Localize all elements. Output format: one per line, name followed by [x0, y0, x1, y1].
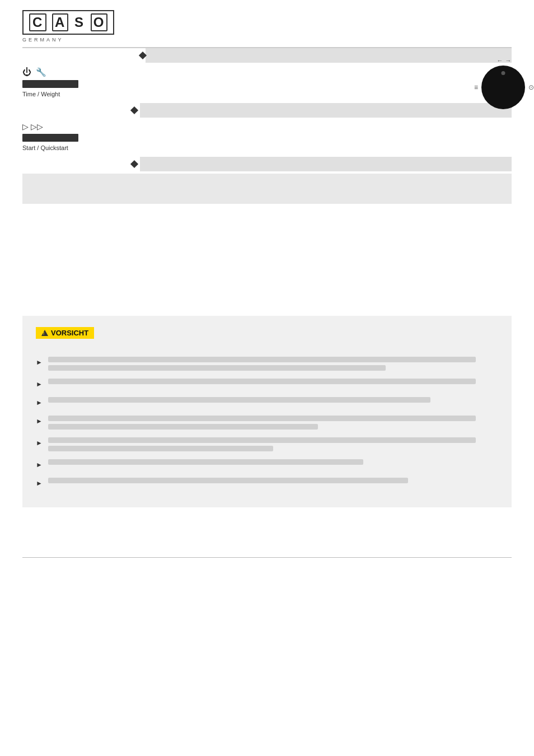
vorsicht-label: VORSICHT [51, 329, 88, 337]
bullet-text-5 [48, 437, 498, 451]
row1-icon-group: ⏻ 🔧 [22, 67, 140, 77]
bullet-line-3a [48, 397, 430, 403]
bullet-arrow-5: ► [36, 438, 43, 448]
row2-dark-bar [22, 134, 78, 142]
gray-bar-row3 [140, 157, 512, 171]
bullet-item-4: ► [36, 416, 498, 430]
diagram-row-3-bar [22, 157, 512, 171]
play-icon: ▷ [22, 122, 29, 131]
row2-icon-group: ▷ ▷▷ [22, 122, 140, 131]
footer-divider [22, 557, 512, 558]
bullet-text-6 [48, 459, 498, 465]
warning-triangle-icon: ! [41, 330, 48, 336]
diamond-mid [130, 106, 138, 114]
row1-left: ⏻ 🔧 Time / Weight [22, 63, 140, 102]
clock-icon: ⏻ [22, 67, 31, 77]
bullet-item-1: ► [36, 357, 498, 371]
bullet-text-7 [48, 478, 498, 483]
bullet-arrow-2: ► [36, 379, 43, 389]
header: C A S O GERMANY [0, 0, 534, 48]
row2-left: ▷ ▷▷ Start / Quickstart [22, 118, 140, 156]
footer-area [0, 507, 534, 575]
bullet-item-2: ► [36, 379, 498, 389]
gray-bar-row1 [146, 48, 512, 63]
logo-germany: GERMANY [22, 37, 64, 43]
row3-left [22, 161, 140, 167]
knob-container[interactable]: ← → ≡ ⊙ [474, 57, 534, 109]
row1-content: ⏻ 🔧 Time / Weight ← → ≡ ⊙ [22, 63, 512, 102]
row2-label: Start / Quickstart [22, 144, 140, 151]
settings-icon: ⊙ [528, 83, 534, 91]
bullet-line-4b [48, 424, 318, 430]
bullet-line-6a [48, 459, 363, 465]
knob-arrows: ← → [496, 57, 511, 64]
bullet-arrow-6: ► [36, 460, 43, 470]
row1-label: Time / Weight [22, 91, 140, 97]
middle-spacer [0, 204, 534, 316]
diamond-row3 [130, 160, 138, 167]
bullet-arrow-4: ► [36, 416, 43, 426]
bullet-arrow-7: ► [36, 478, 43, 488]
weight-icon: 🔧 [36, 67, 46, 77]
bottom-gray-bar [22, 174, 512, 204]
bullet-line-5b [48, 446, 273, 451]
diagram-row-1-bar [22, 48, 512, 63]
bullet-line-4a [48, 416, 476, 421]
knob-row: ≡ ⊙ [474, 66, 534, 109]
vorsicht-section: ! VORSICHT ► ► ► ► ► [22, 316, 512, 507]
bullet-line-2a [48, 379, 476, 384]
bullet-item-7: ► [36, 478, 498, 488]
logo-container: C A S O GERMANY [22, 10, 512, 43]
diagram-wrapper: ⏻ 🔧 Time / Weight ← → ≡ ⊙ [0, 48, 534, 204]
bullet-line-1b [48, 365, 386, 371]
bullet-line-7a [48, 478, 408, 483]
knob-right-icon: ⊙ [528, 83, 534, 91]
bullet-text-4 [48, 416, 498, 430]
bullet-arrow-1: ► [36, 357, 43, 367]
vorsicht-badge-row: ! VORSICHT [36, 327, 498, 348]
bullet-item-5: ► [36, 437, 498, 451]
fastforward-icon: ▷▷ [31, 122, 43, 131]
knob-circle[interactable] [481, 66, 525, 109]
bullet-item-3: ► [36, 397, 498, 408]
mid-left [22, 108, 140, 113]
bullet-item-6: ► [36, 459, 498, 470]
diagram-row-mid-bar [22, 103, 512, 118]
bullet-text-3 [48, 397, 498, 403]
row1-bar-container [140, 48, 512, 63]
bullet-line-1a [48, 357, 476, 362]
arrow-right-icon: → [505, 57, 511, 64]
logo-box: C A S O [22, 10, 114, 35]
row1-dark-bar [22, 80, 78, 88]
knob-left-icons: ≡ [474, 83, 478, 91]
row2-content: ▷ ▷▷ Start / Quickstart [22, 118, 512, 156]
knob-indicator-dot [502, 71, 505, 75]
bullet-line-5a [48, 437, 476, 443]
arrow-left-icon: ← [496, 57, 503, 64]
bullet-text-2 [48, 379, 498, 387]
vorsicht-badge: ! VORSICHT [36, 327, 94, 339]
menu-icon: ≡ [474, 83, 478, 91]
bullet-arrow-3: ► [36, 398, 43, 408]
gray-bar-mid [140, 103, 512, 118]
bullet-text-1 [48, 357, 498, 371]
